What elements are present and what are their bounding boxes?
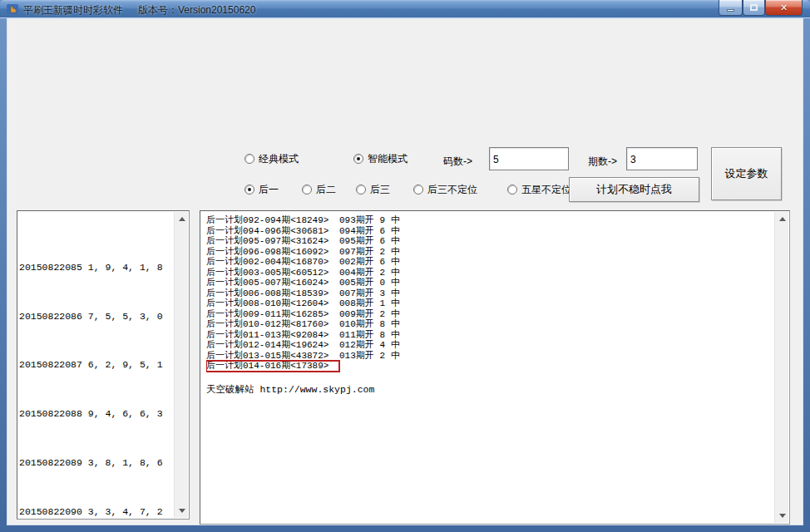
plan-hit-cell: 中 <box>391 278 400 288</box>
radio-label: 五星不定位 <box>521 183 571 197</box>
draw-history-row[interactable]: 20150822088 9, 4, 6, 6, 3 <box>19 408 173 421</box>
plan-hit-cell: 中 <box>391 247 400 258</box>
plan-output-content: 后一计划092-094期<18249> 093期开 9 中 后一计划094-09… <box>206 215 773 520</box>
plan-hit-cell: 中 <box>391 288 400 299</box>
plan-open-cell: 007期开 3 <box>339 288 391 299</box>
plan-row: 后一计划095-097期<31624> 095期开 6 中 <box>206 236 773 247</box>
plan-row: 后一计划011-013期<92084> 011期开 8 中 <box>206 330 773 341</box>
plan-scrollbar[interactable] <box>774 212 788 523</box>
play-type-radio-option[interactable]: 五星不定位 <box>507 184 571 195</box>
plan-hit-cell: 中 <box>391 257 400 268</box>
plan-row: 后一计划003-005期<60512> 004期开 2 中 <box>206 268 773 278</box>
site-note: 天空破解站 http://www.skypj.com <box>206 383 773 396</box>
plan-open-cell: 009期开 2 <box>339 309 391 320</box>
plan-row: 后一计划014-016期<17389> <box>206 361 773 372</box>
radio-button-icon[interactable] <box>507 185 517 195</box>
draw-history-rows: 20150822085 1, 9, 4, 1, 8 20150822086 7,… <box>19 213 173 517</box>
radio-label: 后三 <box>370 183 390 197</box>
play-type-radio-option[interactable]: 后一 <box>244 184 279 195</box>
code-count-input[interactable] <box>489 147 569 170</box>
plan-range-cell: 后一计划011-013期<92084> <box>206 330 339 341</box>
plan-row: 后一计划096-098期<16092> 097期开 2 中 <box>206 247 773 258</box>
period-count-input[interactable] <box>626 147 698 170</box>
version-label: 版本号：Version20150620 <box>138 4 255 16</box>
maximize-button[interactable] <box>743 0 765 16</box>
plan-open-cell: 011期开 8 <box>339 330 391 341</box>
plan-hit-cell: 中 <box>391 215 400 226</box>
plan-open-cell: 002期开 6 <box>339 257 391 268</box>
app-title: 平刷王新疆时时彩软件 <box>23 4 123 16</box>
plan-hit-cell: 中 <box>391 319 400 330</box>
plan-range-cell: 后一计划008-010期<12604> <box>206 298 339 309</box>
plan-row: 后一计划006-008期<18539> 007期开 3 中 <box>206 288 773 299</box>
scroll-down-icon[interactable] <box>775 509 789 523</box>
plan-rows: 后一计划092-094期<18249> 093期开 9 中 后一计划094-09… <box>206 215 773 372</box>
scroll-down-icon[interactable] <box>175 504 189 518</box>
titlebar[interactable]: 平刷王新疆时时彩软件版本号：Version20150620 ✕ <box>0 0 810 18</box>
radio-label: 后三不定位 <box>427 183 477 197</box>
plan-row: 后一计划008-010期<12604> 008期开 1 中 <box>206 298 773 309</box>
draw-history-row[interactable]: 20150822089 3, 8, 1, 8, 6 <box>19 457 173 470</box>
plan-open-cell: 094期开 6 <box>339 226 391 237</box>
mode-radio-option[interactable]: 经典模式 <box>244 153 299 165</box>
plan-range-cell: 后一计划010-012期<81760> <box>206 319 339 330</box>
plan-row: 后一计划005-007期<16024> 005期开 0 中 <box>206 278 773 288</box>
plan-hit-cell: 中 <box>391 330 400 341</box>
minimize-button[interactable] <box>719 0 743 16</box>
plan-range-cell: 后一计划094-096期<30681> <box>206 226 339 237</box>
minimize-icon <box>727 9 734 12</box>
plan-row: 后一计划092-094期<18249> 093期开 9 中 <box>206 215 773 226</box>
plan-hit-cell: 中 <box>391 340 400 351</box>
plan-hit-cell: 中 <box>391 309 400 320</box>
plan-range-cell: 后一计划012-014期<19624> <box>206 340 339 351</box>
plan-range-cell: 后一计划095-097期<31624> <box>206 236 339 247</box>
history-scrollbar[interactable] <box>174 212 188 518</box>
radio-button-icon[interactable] <box>244 154 254 164</box>
mode-radio-option[interactable]: 智能模式 <box>353 153 407 165</box>
plan-open-cell: 005期开 0 <box>339 278 391 288</box>
radio-label: 后二 <box>316 183 336 197</box>
period-count-label: 期数-> <box>588 155 617 169</box>
plan-open-cell: 012期开 4 <box>339 340 391 351</box>
draw-history-row[interactable]: 20150822086 7, 5, 5, 3, 0 <box>19 311 173 323</box>
plan-range-cell: 后一计划005-007期<16024> <box>206 278 339 288</box>
radio-button-icon[interactable] <box>356 185 366 195</box>
play-type-radio-option[interactable]: 后三 <box>356 184 390 195</box>
plan-range-cell: 后一计划014-016期<17389> <box>206 361 339 372</box>
plan-open-cell: 010期开 8 <box>339 319 391 330</box>
plan-range-cell: 后一计划096-098期<16092> <box>206 247 339 258</box>
draw-history-row[interactable]: 20150822087 6, 2, 9, 5, 1 <box>19 359 173 372</box>
scroll-up-icon[interactable] <box>775 212 789 226</box>
plan-hit-cell: 中 <box>391 226 400 237</box>
plan-open-cell: 095期开 6 <box>339 236 391 247</box>
close-button[interactable]: ✕ <box>765 0 803 16</box>
draw-history-row[interactable]: 20150822085 1, 9, 4, 1, 8 <box>19 262 173 274</box>
app-window: { "window": { "title": "平刷王新疆时时彩软件", "ve… <box>0 0 810 532</box>
plan-row: 后一计划013-015期<43872> 013期开 2 中 <box>206 351 773 362</box>
radio-label: 经典模式 <box>259 152 299 166</box>
draw-history-row[interactable]: 20150822090 3, 3, 4, 7, 2 <box>19 506 173 517</box>
play-type-radio-option[interactable]: 后三不定位 <box>413 184 477 195</box>
maximize-icon <box>750 4 758 11</box>
set-params-button[interactable]: 设定参数 <box>711 147 782 200</box>
play-type-radio-option[interactable]: 后二 <box>302 184 336 195</box>
scroll-up-icon[interactable] <box>175 212 189 226</box>
plan-output-panel[interactable]: 后一计划092-094期<18249> 093期开 9 中 后一计划094-09… <box>200 210 790 525</box>
radio-button-icon[interactable] <box>413 185 423 195</box>
plan-row: 后一计划012-014期<19624> 012期开 4 中 <box>206 340 773 351</box>
radio-button-icon[interactable] <box>302 185 312 195</box>
plan-range-cell: 后一计划002-004期<16870> <box>206 257 339 268</box>
plan-open-cell: 093期开 9 <box>339 215 391 226</box>
plan-range-cell: 后一计划013-015期<43872> <box>206 351 339 362</box>
draw-history-listbox[interactable]: 20150822085 1, 9, 4, 1, 8 20150822086 7,… <box>17 210 190 520</box>
plan-row: 后一计划009-011期<16285> 009期开 2 中 <box>206 309 773 320</box>
plan-range-cell: 后一计划009-011期<16285> <box>206 309 339 320</box>
code-count-label: 码数-> <box>443 155 472 169</box>
plan-row: 后一计划094-096期<30681> 094期开 6 中 <box>206 226 773 237</box>
radio-button-icon[interactable] <box>244 185 254 195</box>
plan-unstable-button[interactable]: 计划不稳时点我 <box>569 177 699 202</box>
plan-range-cell: 后一计划006-008期<18539> <box>206 288 339 299</box>
plan-open-cell: 013期开 2 <box>339 351 391 362</box>
plan-open-cell: 008期开 1 <box>339 298 391 309</box>
radio-button-icon[interactable] <box>353 154 363 164</box>
